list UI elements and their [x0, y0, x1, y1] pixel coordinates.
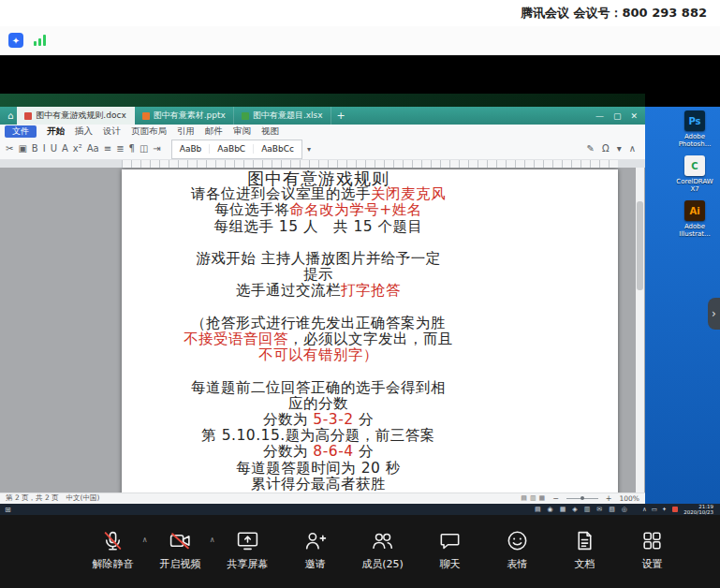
- control-camera-off[interactable]: 开启视频∧: [158, 529, 203, 571]
- ribbon-tool-icon[interactable]: ¶: [129, 144, 135, 154]
- panel-toggle-button[interactable]: ›: [708, 298, 720, 330]
- document-tab[interactable]: 图中有意题目.xlsx: [234, 107, 331, 125]
- control-invite[interactable]: 邀请: [293, 529, 338, 571]
- control-label: 邀请: [305, 557, 326, 571]
- maximize-icon[interactable]: ▢: [613, 111, 622, 121]
- menu-item[interactable]: 视图: [261, 125, 279, 138]
- ribbon-tool-icon[interactable]: ▾: [617, 144, 622, 154]
- doc-text-segment: 分: [354, 443, 374, 460]
- view-mode-icon[interactable]: ▥: [530, 494, 536, 502]
- ribbon-tool-icon[interactable]: U: [51, 144, 57, 154]
- shield-icon[interactable]: ✦: [8, 33, 23, 48]
- menu-item[interactable]: 邮件: [205, 125, 223, 138]
- zoom-in-button[interactable]: +: [606, 494, 612, 503]
- desktop-shortcut[interactable]: PsAdobe Photosh...: [673, 110, 716, 148]
- ribbon-tool-icon[interactable]: B: [32, 144, 38, 154]
- doc-text-segment: 游戏开始 主持人播放图片并给予一定: [196, 250, 440, 267]
- taskbar-app-icon[interactable]: ◎: [622, 506, 627, 513]
- ribbon-tool-icon[interactable]: ≣: [116, 144, 124, 154]
- home-icon[interactable]: ⌂: [7, 110, 13, 121]
- doc-text-segment: 累计得分最高者获胜: [251, 476, 386, 492]
- doc-text-segment: 提示: [303, 266, 333, 283]
- ribbon-tool-icon[interactable]: ▣: [18, 144, 26, 154]
- taskbar-app-icon[interactable]: ▥: [584, 506, 591, 513]
- doc-text-segment: 每道题答题时间为 20 秒: [236, 460, 401, 477]
- doc-text-segment: 分: [354, 411, 374, 428]
- control-emoji[interactable]: 表情: [495, 529, 540, 571]
- menu-item[interactable]: 审阅: [233, 125, 251, 138]
- ribbon-tool-icon[interactable]: A: [62, 144, 68, 154]
- control-members[interactable]: 成员(25): [360, 529, 405, 571]
- ribbon-tool-icon[interactable]: ✎: [587, 144, 595, 154]
- taskbar-app-icon[interactable]: ✉: [596, 506, 602, 513]
- control-share-screen[interactable]: 共享屏幕: [226, 529, 271, 571]
- doc-line: 分数为 5-3-2 分: [169, 412, 468, 428]
- control-label: 聊天: [440, 557, 461, 571]
- doc-line: 第 5.10.15.题为高分题，前三答案: [169, 428, 468, 444]
- desktop-shortcut[interactable]: CCorelDRAW X7: [673, 155, 716, 193]
- doc-text-segment: 分数为: [263, 411, 313, 428]
- document-tab[interactable]: 图中有意游戏规则.docx: [17, 107, 134, 125]
- ribbon-tool-icon[interactable]: I: [43, 144, 46, 154]
- taskbar-app-icon[interactable]: ▧: [609, 506, 615, 513]
- menu-item[interactable]: 引用: [177, 125, 195, 138]
- taskbar-tray-icons: ∧▭✦: [642, 506, 667, 513]
- tray-icon[interactable]: ▭: [652, 506, 657, 513]
- control-docs[interactable]: 文档: [563, 529, 608, 571]
- ribbon-tool-icon[interactable]: Ω: [602, 144, 610, 154]
- chevron-up-icon[interactable]: ∧: [210, 536, 215, 544]
- ribbon-tool-icon[interactable]: ◫: [140, 144, 148, 154]
- menu-item[interactable]: 插入: [75, 125, 93, 138]
- desktop-shortcut[interactable]: AiAdobe Illustrat...: [673, 200, 716, 238]
- zoom-out-button[interactable]: −: [552, 494, 559, 503]
- control-settings[interactable]: 设置: [630, 529, 675, 571]
- ribbon-tool-icon[interactable]: ≡: [104, 144, 111, 154]
- taskbar-app-icon[interactable]: ◉: [548, 506, 553, 513]
- app-window: 腾讯会议 会议号：800 293 882 ✦ ⌂ 图中有意游戏规则.docx图中…: [0, 0, 720, 588]
- ribbon-tool-icon[interactable]: ⇥: [153, 144, 160, 154]
- style-preview[interactable]: AaBbC: [210, 144, 254, 154]
- tray-icon[interactable]: ✦: [662, 506, 667, 513]
- settings-icon: [640, 529, 664, 552]
- ribbon-tool-icon[interactable]: ∧: [629, 144, 636, 154]
- view-mode-icon[interactable]: ▦: [539, 494, 546, 502]
- tray-icon[interactable]: ∧: [642, 506, 647, 513]
- document-page[interactable]: 图中有意游戏规则请各位进到会议室里的选手关闭麦克风每位选手将命名改为学号+姓名每…: [122, 169, 618, 492]
- taskbar-app-icon[interactable]: ◈: [572, 506, 577, 513]
- scrollbar-thumb[interactable]: [637, 201, 643, 290]
- style-preview[interactable]: AaBbCc: [254, 144, 301, 154]
- signal-bars-icon[interactable]: [34, 35, 46, 46]
- vertical-scrollbar[interactable]: [636, 168, 644, 492]
- zoom-slider[interactable]: [566, 498, 598, 499]
- close-icon[interactable]: ✕: [630, 111, 638, 121]
- taskbar-app-icon[interactable]: ▤: [535, 506, 541, 513]
- chat-icon: [438, 529, 462, 552]
- ribbon-toolbar: ✂▣BIUAx²Aa≡≣¶◫⇥ AaBbAaBbCAaBbCc ▾ ✎Ω▾∧: [0, 139, 645, 160]
- menu-item[interactable]: 设计: [103, 125, 121, 138]
- ribbon-tool-icon[interactable]: ✂: [6, 144, 13, 154]
- menu-item[interactable]: 页面布局: [131, 125, 167, 138]
- control-label: 解除静音: [93, 557, 134, 571]
- taskbar-clock[interactable]: 21:19 2020/10/23: [683, 504, 713, 515]
- ruler: [0, 160, 645, 168]
- emoji-icon: [506, 529, 529, 552]
- doc-tab-bar-tabs: 图中有意游戏规则.docx图中有意素材.pptx图中有意题目.xlsx: [17, 107, 331, 125]
- start-button[interactable]: ⊞: [5, 506, 11, 514]
- view-mode-icon[interactable]: ▤: [521, 494, 527, 502]
- control-mic-off[interactable]: 解除静音∧: [91, 529, 136, 571]
- control-chat[interactable]: 聊天: [428, 529, 473, 571]
- gallery-dropdown-icon[interactable]: ▾: [307, 145, 311, 154]
- document-tab[interactable]: 图中有意素材.pptx: [135, 107, 234, 125]
- chevron-up-icon[interactable]: ∧: [142, 536, 148, 544]
- minimize-icon[interactable]: —: [595, 111, 604, 121]
- new-tab-button[interactable]: +: [337, 110, 345, 122]
- ribbon-tool-icon[interactable]: Aa: [87, 144, 99, 154]
- taskbar-app-icon[interactable]: ▦: [560, 506, 566, 513]
- menu-item[interactable]: 开始: [47, 125, 65, 138]
- file-menu-button[interactable]: 文件: [5, 125, 37, 138]
- ribbon-tool-icon[interactable]: x²: [73, 144, 82, 154]
- ribbon-icons-right: ✎Ω▾∧: [587, 144, 639, 154]
- doc-line: 提示: [169, 267, 468, 283]
- doc-line: 应的分数: [169, 396, 468, 412]
- style-preview[interactable]: AaBb: [172, 144, 211, 154]
